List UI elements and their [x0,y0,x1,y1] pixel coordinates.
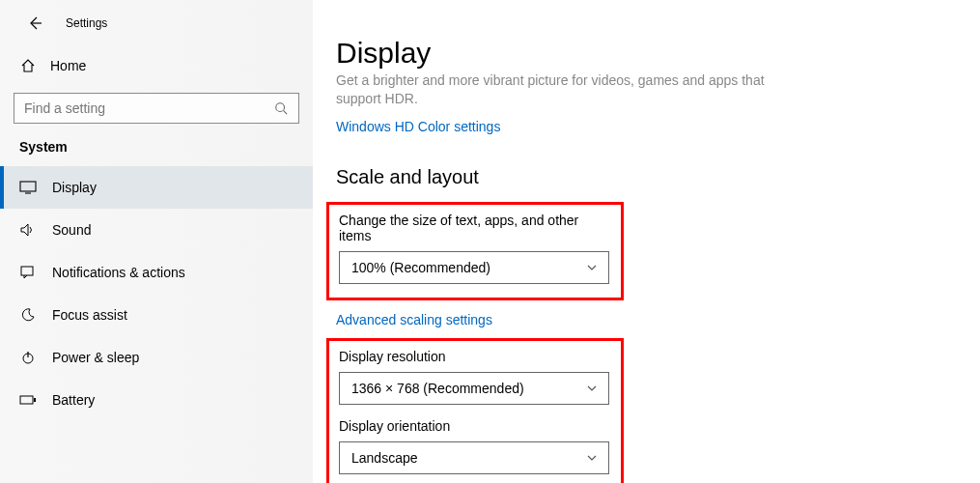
search-input-container[interactable] [14,93,299,124]
sidebar-home[interactable]: Home [0,50,313,81]
advanced-scaling-link[interactable]: Advanced scaling settings [336,312,492,327]
sound-icon [19,221,37,239]
sidebar-item-display[interactable]: Display [0,166,313,209]
chevron-down-icon [585,451,599,465]
chevron-down-icon [585,261,599,274]
sidebar-item-label: Battery [52,392,95,408]
highlight-box-scale: Change the size of text, apps, and other… [326,202,624,300]
hd-color-settings-link[interactable]: Windows HD Color settings [336,119,500,134]
orientation-field-label: Display orientation [339,418,611,434]
sidebar-item-label: Focus assist [52,307,127,323]
notifications-icon [19,264,37,281]
orientation-dropdown-value: Landscape [351,450,418,466]
scale-field-label: Change the size of text, apps, and other… [339,213,611,243]
main-content: Display Get a brighter and more vibrant … [313,0,980,483]
sidebar-section-label: System [0,139,313,155]
window-title: Settings [66,16,107,30]
resolution-field-label: Display resolution [339,349,611,364]
home-icon [19,58,37,73]
hdr-description: Get a brighter and more vibrant picture … [336,71,780,108]
svg-rect-4 [20,396,33,404]
svg-rect-1 [20,182,36,191]
svg-rect-2 [21,267,33,275]
highlight-box-resolution: Display resolution 1366 × 768 (Recommend… [326,338,624,483]
sidebar-item-power-sleep[interactable]: Power & sleep [0,336,313,379]
scale-dropdown-value: 100% (Recommended) [351,260,490,275]
scale-dropdown[interactable]: 100% (Recommended) [339,251,609,284]
orientation-dropdown[interactable]: Landscape [339,441,609,474]
scale-layout-heading: Scale and layout [336,166,980,188]
back-button[interactable] [23,12,46,35]
power-icon [19,349,37,366]
sidebar-item-label: Notifications & actions [52,265,185,280]
battery-icon [19,391,37,409]
home-label: Home [50,58,86,73]
sidebar-nav: Display Sound Notifications & actions Fo… [0,166,313,421]
svg-rect-5 [34,398,36,402]
monitor-icon [19,179,37,196]
resolution-dropdown[interactable]: 1366 × 768 (Recommended) [339,372,609,405]
search-icon [273,100,289,116]
sidebar-item-label: Display [52,180,97,195]
resolution-dropdown-value: 1366 × 768 (Recommended) [351,381,524,396]
moon-icon [19,306,37,324]
sidebar-item-label: Power & sleep [52,350,139,365]
chevron-down-icon [585,382,599,395]
sidebar-item-focus-assist[interactable]: Focus assist [0,294,313,336]
sidebar: Settings Home System Display [0,0,313,483]
page-title: Display [336,37,980,70]
svg-point-0 [276,103,285,112]
arrow-left-icon [27,15,42,31]
search-input[interactable] [24,100,273,116]
sidebar-item-notifications[interactable]: Notifications & actions [0,251,313,294]
sidebar-item-label: Sound [52,222,91,238]
sidebar-item-sound[interactable]: Sound [0,209,313,251]
sidebar-item-battery[interactable]: Battery [0,379,313,421]
